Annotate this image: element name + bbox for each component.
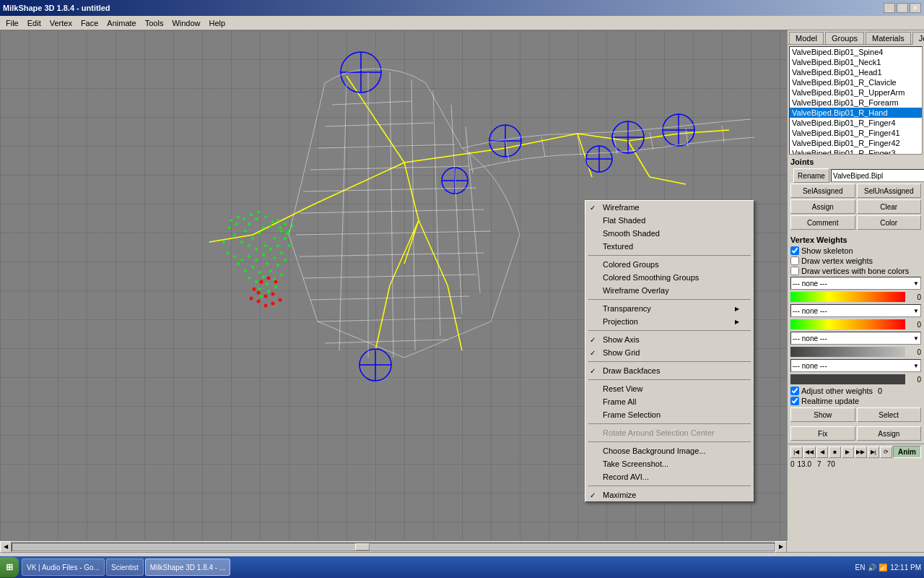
transport-prev-key[interactable]: ◀◀ <box>803 447 816 458</box>
tab-joints[interactable]: Joints <box>912 32 924 45</box>
joints-section-label: Joints <box>790 158 921 166</box>
viewport[interactable]: WireframeFlat ShadedSmooth ShadedTexture… <box>0 30 787 540</box>
dropdown4-row: --- none --- <box>788 358 924 373</box>
menu-bar: File Edit Vertex Face Animate Tools Wind… <box>0 16 924 30</box>
joint-list-item[interactable]: ValveBiped.Bip01_R_Finger3 <box>790 148 922 155</box>
weight-dropdown-3[interactable]: --- none --- <box>790 332 921 345</box>
fix-button[interactable]: Fix <box>790 426 855 441</box>
joint-list-item[interactable]: ValveBiped.Bip01_R_Finger42 <box>790 138 922 148</box>
transport-to-start[interactable]: |◀ <box>790 447 803 458</box>
sel-assigned-button[interactable]: SelAssigned <box>790 184 855 198</box>
joint-list-item[interactable]: ValveBiped.Bip01_R_Finger41 <box>790 128 922 138</box>
context-menu-item[interactable]: Transparency▶ <box>585 302 754 315</box>
context-menu-item[interactable]: Textured <box>585 240 754 253</box>
menu-animate[interactable]: Animate <box>103 17 140 29</box>
rename-button[interactable]: Rename <box>793 168 829 183</box>
tab-model[interactable]: Model <box>789 32 824 44</box>
submenu-arrow-icon: ▶ <box>735 319 739 325</box>
realtime-update-checkbox[interactable] <box>790 397 799 405</box>
context-menu-item[interactable]: Wireframe <box>585 201 754 214</box>
joint-list-item[interactable]: ValveBiped.Bip01_R_Forearm <box>790 98 922 108</box>
transport-to-end[interactable]: ▶| <box>868 447 880 458</box>
scroll-thumb[interactable] <box>355 543 370 551</box>
context-menu-item[interactable]: Draw Backfaces <box>585 364 754 377</box>
joint-list-item[interactable]: ValveBiped.Bip01_R_Clavicle <box>790 77 922 87</box>
select-button[interactable]: Select <box>857 407 922 422</box>
joint-list-item[interactable]: ValveBiped.Bip01_R_UpperArm <box>790 87 922 98</box>
show-button[interactable]: Show <box>790 407 855 422</box>
joint-list-item[interactable]: ValveBiped.Bip01_R_Finger4 <box>790 118 922 128</box>
comment-button[interactable]: Comment <box>790 215 855 230</box>
scroll-right-btn[interactable]: ▶ <box>775 541 787 553</box>
scroll-left-btn[interactable]: ◀ <box>0 541 12 553</box>
draw-vertex-weights-checkbox[interactable] <box>790 256 799 265</box>
start-button[interactable]: ⊞ <box>0 557 19 577</box>
transport-next-frame[interactable]: ▶ <box>842 447 854 458</box>
transport-loop[interactable]: ⟳ <box>880 447 892 458</box>
weight-dropdown-4[interactable]: --- none --- <box>790 359 921 372</box>
context-menu-item[interactable]: Colored Smoothing Groups <box>585 271 754 284</box>
weight-dropdown-2[interactable]: --- none --- <box>790 304 921 317</box>
context-menu-item[interactable]: Show Grid <box>585 346 754 359</box>
menu-window[interactable]: Window <box>167 17 204 29</box>
context-menu-item[interactable]: Show Axis <box>585 333 754 346</box>
taskbar-item[interactable]: Scientist <box>106 558 144 576</box>
menu-file[interactable]: File <box>1 17 23 29</box>
anim-button[interactable]: Anim <box>893 446 921 458</box>
minimize-button[interactable]: _ <box>884 3 895 13</box>
joints-list[interactable]: ValveBiped.Bip01_Spine4ValveBiped.Bip01_… <box>789 46 923 155</box>
context-menu-item[interactable]: Flat Shaded <box>585 214 754 227</box>
transport-next-key[interactable]: ▶▶ <box>855 447 867 458</box>
context-menu-separator <box>588 299 751 300</box>
context-menu-item[interactable]: Record AVI... <box>585 470 754 483</box>
joint-list-item[interactable]: ValveBiped.Bip01_Spine4 <box>790 47 922 57</box>
context-menu-item[interactable]: Colored Groups <box>585 258 754 271</box>
context-menu-item[interactable]: Frame All <box>585 395 754 408</box>
menu-face[interactable]: Face <box>77 17 103 29</box>
sel-unassigned-button[interactable]: SelUnAssigned <box>857 184 922 198</box>
gradient-bar-2 <box>790 319 905 329</box>
menu-edit[interactable]: Edit <box>23 17 45 29</box>
context-menu-item[interactable]: Wireframe Overlay <box>585 284 754 297</box>
gradient-bar-3 <box>790 347 905 357</box>
comment-color-row: Comment Color <box>790 215 921 230</box>
joint-list-item[interactable]: ValveBiped.Bip01_Neck1 <box>790 57 922 67</box>
context-menu-item[interactable]: Smooth Shaded <box>585 227 754 240</box>
context-menu-item[interactable]: Take Screenshot... <box>585 457 754 470</box>
taskbar-item[interactable]: MilkShape 3D 1.8.4 - ... <box>145 558 231 576</box>
frame-val-4: 70 <box>827 460 835 468</box>
sel-row: SelAssigned SelUnAssigned <box>790 184 921 198</box>
transport-prev-frame[interactable]: ◀ <box>816 447 829 458</box>
close-button[interactable]: ✕ <box>910 3 921 13</box>
maximize-button[interactable]: □ <box>897 3 908 13</box>
context-menu-item[interactable]: Reset View <box>585 382 754 395</box>
context-menu-item[interactable]: Projection▶ <box>585 315 754 328</box>
main-area: WireframeFlat ShadedSmooth ShadedTexture… <box>0 30 924 540</box>
color-button[interactable]: Color <box>857 215 922 230</box>
tab-materials[interactable]: Materials <box>866 32 911 44</box>
joint-list-item[interactable]: ValveBiped.Bip01_Head1 <box>790 67 922 77</box>
menu-tools[interactable]: Tools <box>141 17 168 29</box>
menu-help[interactable]: Help <box>205 17 230 29</box>
assign-button[interactable]: Assign <box>790 199 855 214</box>
menu-vertex[interactable]: Vertex <box>45 17 77 29</box>
taskbar-item[interactable]: VK | Audio Files - Go... <box>22 558 105 576</box>
draw-vertices-bone-colors-checkbox[interactable] <box>790 267 799 275</box>
context-menu-item[interactable]: Frame Selection <box>585 408 754 421</box>
context-menu-item[interactable]: Choose Background Image... <box>585 444 754 457</box>
submenu-arrow-icon: ▶ <box>735 306 739 312</box>
tab-groups[interactable]: Groups <box>825 32 864 44</box>
scroll-track[interactable] <box>12 543 775 551</box>
joint-list-item[interactable]: ValveBiped.Bip01_R_Hand <box>790 108 922 118</box>
weight-dropdown-1[interactable]: --- none --- <box>790 277 921 290</box>
rename-input-field[interactable] <box>831 169 924 182</box>
adjust-other-weights-checkbox[interactable] <box>790 387 799 395</box>
show-skeleton-checkbox[interactable] <box>790 246 799 255</box>
clear-button[interactable]: Clear <box>857 199 922 214</box>
context-menu-item[interactable]: Maximize <box>585 488 754 501</box>
context-menu-separator <box>588 379 751 380</box>
assign-weights-button[interactable]: Assign <box>857 426 922 441</box>
system-tray: EN 🔊 📶 12:11 PM <box>853 564 925 571</box>
context-menu-separator <box>588 441 751 442</box>
transport-stop[interactable]: ■ <box>829 447 841 458</box>
